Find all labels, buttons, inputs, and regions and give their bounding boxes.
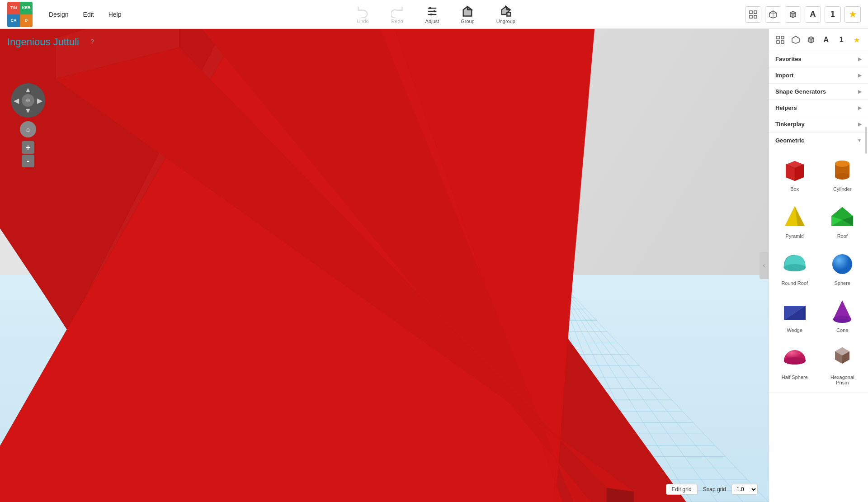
pan-down-button[interactable]: ▼ xyxy=(24,107,32,115)
pan-right-button[interactable]: ▶ xyxy=(37,96,42,105)
pan-center[interactable]: ⊕ xyxy=(22,94,34,107)
nav-edit[interactable]: Edit xyxy=(78,8,99,21)
shape-cone[interactable]: Cone xyxy=(821,293,865,336)
import-label: Import xyxy=(775,72,793,79)
svg-point-27 xyxy=(835,161,849,167)
nav-menu: Design Edit Help xyxy=(43,8,127,21)
zoom-out-button[interactable]: - xyxy=(22,155,34,167)
logo-cell-k: KER xyxy=(20,2,33,14)
svg-point-3 xyxy=(429,7,431,9)
shape-generators-section: Shape Generators ▶ xyxy=(769,84,868,100)
svg-rect-11 xyxy=(750,11,752,14)
bottom-controls: Edit grid Snap grid 1.0 0.1 0.5 2.0 5.0 … xyxy=(666,484,758,495)
text-button[interactable]: A xyxy=(805,6,821,23)
zoom-in-button[interactable]: + xyxy=(22,141,34,154)
svg-rect-14 xyxy=(754,15,757,18)
shape-sphere[interactable]: Sphere xyxy=(821,246,865,289)
favorites-section: Favorites ▶ xyxy=(769,51,868,67)
ungroup-button[interactable]: Ungroup xyxy=(493,3,519,26)
undo-button[interactable]: Undo xyxy=(353,3,373,26)
helpers-section: Helpers ▶ xyxy=(769,100,868,116)
3d-view-button[interactable] xyxy=(765,6,781,23)
shape-half-sphere[interactable]: Half Sphere xyxy=(773,340,817,389)
number-button[interactable]: 1 xyxy=(825,6,841,23)
nav-design[interactable]: Design xyxy=(43,8,74,21)
tinkerplay-header[interactable]: Tinkerplay ▶ xyxy=(769,116,868,132)
group-label: Group xyxy=(461,19,475,24)
geometric-arrow: ▼ xyxy=(857,138,862,143)
svg-rect-21 xyxy=(781,41,784,43)
shape-cylinder[interactable]: Cylinder xyxy=(821,152,865,195)
panel-number-icon[interactable]: 1 xyxy=(834,33,849,47)
roof-label: Roof xyxy=(837,233,848,239)
group-button[interactable]: Group xyxy=(457,3,478,26)
canvas-area[interactable]: Ingenious Juttuli ? ▲ ▼ ◀ ▶ ⊕ ⌂ + - ‹ Ed… xyxy=(0,29,769,502)
favorites-label: Favorites xyxy=(775,56,802,62)
geometric-label: Geometric xyxy=(775,137,804,144)
snap-grid-select[interactable]: 1.0 0.1 0.5 2.0 5.0 10.0 xyxy=(731,484,758,495)
home-button[interactable]: ⌂ xyxy=(20,121,36,137)
right-panel: A 1 ★ Favorites ▶ Import ▶ Shape Generat… xyxy=(769,29,868,502)
nav-help[interactable]: Help xyxy=(103,8,127,21)
logo-cell-c: CA xyxy=(7,14,20,27)
favorites-arrow: ▶ xyxy=(858,57,862,62)
shape-pyramid[interactable]: Pyramid xyxy=(773,199,817,242)
toolbar-right: A 1 ★ xyxy=(745,6,861,23)
svg-rect-18 xyxy=(777,36,779,39)
geometric-section: Geometric ▼ Box xyxy=(769,133,868,393)
svg-point-26 xyxy=(835,173,849,180)
shape-round-roof[interactable]: Round Roof xyxy=(773,246,817,289)
helpers-label: Helpers xyxy=(775,104,797,111)
cylinder-label: Cylinder xyxy=(833,186,851,192)
hex-prism-label: Hexagonal Prism xyxy=(824,374,861,385)
cube-view-button[interactable] xyxy=(785,6,801,23)
logo[interactable]: TIN KER CA D xyxy=(7,2,33,27)
shape-box[interactable]: Box xyxy=(773,152,817,195)
svg-point-36 xyxy=(784,264,806,271)
shape-wedge[interactable]: Wedge xyxy=(773,293,817,336)
logo-cell-d: D xyxy=(20,14,33,27)
import-arrow: ▶ xyxy=(858,73,862,78)
shape-roof[interactable]: Roof xyxy=(821,199,865,242)
toolbar: Undo Redo Adjust Gro xyxy=(138,3,734,26)
tinkerplay-label: Tinkerplay xyxy=(775,121,805,128)
panel-star-icon[interactable]: ★ xyxy=(849,33,864,47)
collapse-panel-button[interactable]: ‹ xyxy=(760,252,769,279)
geometric-header[interactable]: Geometric ▼ xyxy=(769,133,868,148)
ungroup-label: Ungroup xyxy=(496,19,515,24)
grid-view-button[interactable] xyxy=(745,6,761,23)
3d-viewport[interactable] xyxy=(0,29,769,502)
helpers-header[interactable]: Helpers ▶ xyxy=(769,100,868,116)
sphere-label: Sphere xyxy=(835,280,850,286)
cone-label: Cone xyxy=(836,327,848,333)
svg-point-4 xyxy=(433,10,435,12)
panel-grid-icon[interactable] xyxy=(773,33,788,47)
pan-left-button[interactable]: ◀ xyxy=(14,96,19,105)
svg-rect-13 xyxy=(750,15,752,18)
panel-box-icon[interactable] xyxy=(804,33,818,47)
shape-generators-arrow: ▶ xyxy=(858,89,862,94)
help-button[interactable]: ? xyxy=(90,38,94,45)
panel-text-icon[interactable]: A xyxy=(819,33,833,47)
favorites-header[interactable]: Favorites ▶ xyxy=(769,51,868,67)
pan-up-button[interactable]: ▲ xyxy=(24,86,32,94)
svg-rect-19 xyxy=(781,36,784,39)
shape-hex-prism[interactable]: Hexagonal Prism xyxy=(821,340,865,389)
redo-button[interactable]: Redo xyxy=(387,3,407,26)
star-button[interactable]: ★ xyxy=(844,6,861,23)
svg-rect-20 xyxy=(777,41,779,43)
undo-label: Undo xyxy=(357,19,368,24)
import-section: Import ▶ xyxy=(769,67,868,84)
snap-grid-label: Snap grid xyxy=(703,486,726,493)
import-header[interactable]: Import ▶ xyxy=(769,67,868,83)
svg-point-5 xyxy=(430,13,432,15)
shape-generators-header[interactable]: Shape Generators ▶ xyxy=(769,84,868,99)
svg-point-43 xyxy=(833,316,851,323)
logo-cell-t: TIN xyxy=(7,2,20,14)
tinkerplay-arrow: ▶ xyxy=(858,122,862,127)
panel-3d-icon[interactable] xyxy=(788,33,803,47)
adjust-button[interactable]: Adjust xyxy=(422,3,443,26)
edit-grid-button[interactable]: Edit grid xyxy=(666,484,698,495)
shape-generators-label: Shape Generators xyxy=(775,88,826,95)
directional-pad[interactable]: ▲ ▼ ◀ ▶ ⊕ xyxy=(11,83,45,118)
